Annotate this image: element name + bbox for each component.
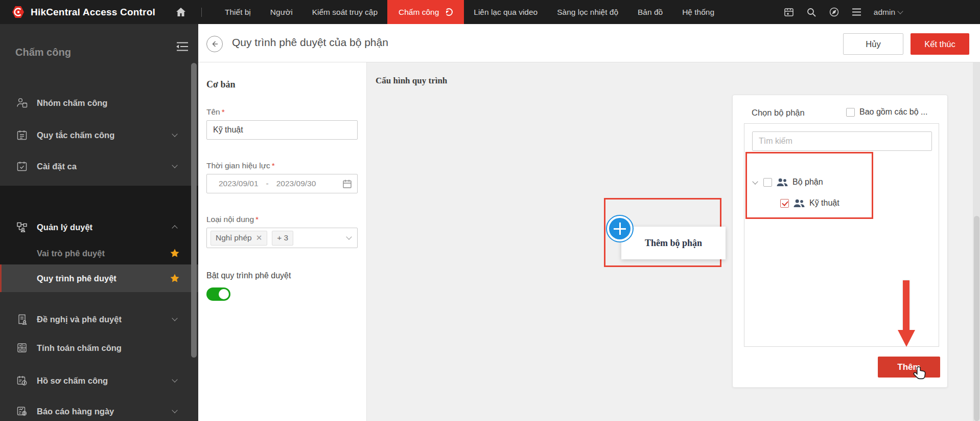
remove-tag-icon[interactable]: ✕ xyxy=(256,233,263,242)
sidebar-item-approval-management[interactable]: Quản lý duyệt xyxy=(0,212,198,242)
chevron-down-icon xyxy=(172,376,177,382)
sidebar-item-approval-role[interactable]: Vai trò phê duyệt xyxy=(0,241,198,265)
add-button[interactable]: Thêm xyxy=(878,357,940,378)
sidebar-title: Chấm công xyxy=(15,47,71,58)
sidebar-item-attendance-record[interactable]: Hồ sơ chấm công xyxy=(0,366,198,395)
sidebar: Chấm công Nhóm chấm công Quy tắc chấm cô… xyxy=(0,24,198,421)
tag-more-count: + 3 xyxy=(272,231,293,246)
add-department-tooltip: Thêm bộ phận xyxy=(621,227,726,259)
name-input[interactable] xyxy=(206,120,358,140)
top-navbar: HikCentral Access Control Thiết bị Người… xyxy=(0,0,980,24)
navbar-divider xyxy=(201,8,202,17)
enable-flow-toggle[interactable] xyxy=(206,287,230,301)
content-type-label: Loại nội dung* xyxy=(206,215,259,224)
nav-item-system[interactable]: Hệ thống xyxy=(672,0,724,24)
attendance-group-icon xyxy=(15,97,29,109)
end-date[interactable]: 2023/09/30 xyxy=(276,179,316,188)
date-range-picker[interactable]: 2023/09/01 - 2023/09/30 xyxy=(206,174,358,193)
picker-title: Chọn bộ phận xyxy=(752,108,805,118)
home-icon[interactable] xyxy=(176,7,186,17)
navbar-menu: Thiết bị Người Kiểm soát truy cập Chấm c… xyxy=(215,0,724,24)
include-sub-departments[interactable]: Bao gồm các bộ ... xyxy=(846,107,943,117)
chevron-down-icon xyxy=(346,234,352,239)
nav-item-video-intercom[interactable]: Liên lạc qua video xyxy=(464,0,547,24)
star-icon[interactable] xyxy=(170,273,180,283)
chevron-down-icon xyxy=(172,131,177,137)
include-checkbox[interactable] xyxy=(846,108,855,117)
sidebar-item-attendance-rule[interactable]: Quy tắc chấm công xyxy=(0,120,198,150)
attendance-record-icon xyxy=(15,374,29,387)
navbar-right: admin xyxy=(784,0,902,24)
section-title-basic: Cơ bản xyxy=(206,79,236,90)
username: admin xyxy=(874,8,895,17)
nav-item-person[interactable]: Người xyxy=(261,0,302,24)
sidebar-item-approval-flow[interactable]: Quy trình phê duyệt xyxy=(0,264,198,292)
star-icon[interactable] xyxy=(170,248,180,258)
shift-settings-icon xyxy=(15,160,29,172)
back-button[interactable] xyxy=(206,36,223,52)
hikcentral-app: HikCentral Access Control Thiết bị Người… xyxy=(0,0,980,421)
sidebar-item-attendance-calculation[interactable]: Tính toán chấm công xyxy=(0,333,198,363)
basic-form-panel: Cơ bản Tên* Thời gian hiệu lực* 2023/09/… xyxy=(198,62,367,421)
annotation-arrow-head xyxy=(898,330,915,347)
content-scrollbar[interactable] xyxy=(973,62,980,421)
enable-flow-label: Bật quy trình phê duyệt xyxy=(206,271,291,280)
hikvision-logo-icon xyxy=(11,5,25,19)
attendance-calculation-icon xyxy=(15,342,29,354)
nav-item-temperature-screening[interactable]: Sàng lọc nhiệt độ xyxy=(547,0,628,24)
mouse-cursor xyxy=(912,366,927,382)
calendar-icon[interactable] xyxy=(342,179,352,189)
sidebar-item-request-approval[interactable]: Đề nghị và phê duyệt xyxy=(0,304,198,334)
search-input[interactable] xyxy=(752,131,932,151)
brand-title: HikCentral Access Control xyxy=(31,7,155,18)
approval-management-icon xyxy=(15,221,29,233)
page-header: Quy trình phê duyệt của bộ phận Hủy Kết … xyxy=(198,24,980,62)
name-label: Tên* xyxy=(206,107,225,117)
nav-item-devices[interactable]: Thiết bị xyxy=(215,0,261,24)
daily-report-icon xyxy=(15,405,29,417)
sidebar-scrollbar[interactable] xyxy=(191,63,197,358)
plus-icon xyxy=(609,218,631,239)
start-date[interactable]: 2023/09/01 xyxy=(219,179,259,188)
toggle-knob xyxy=(219,289,229,299)
nav-item-access-control[interactable]: Kiểm soát truy cập xyxy=(302,0,387,24)
chevron-up-icon xyxy=(172,225,177,231)
department-picker-panel: Chọn bộ phận Bao gồm các bộ ... Bộ phận xyxy=(732,95,948,388)
page-title: Quy trình phê duyệt của bộ phận xyxy=(232,36,388,49)
scrollbar-thumb[interactable] xyxy=(974,216,979,421)
date-separator: - xyxy=(266,179,269,188)
sidebar-collapse-icon[interactable] xyxy=(175,40,190,53)
refresh-icon[interactable] xyxy=(445,8,453,16)
chevron-down-icon xyxy=(897,8,903,14)
tag-leave: Nghỉ phép ✕ xyxy=(211,231,267,246)
wizard-icon[interactable] xyxy=(784,7,794,17)
chevron-down-icon xyxy=(172,315,177,321)
required-asterisk: * xyxy=(272,161,275,170)
required-asterisk: * xyxy=(222,107,225,116)
flow-config-title: Cấu hình quy trình xyxy=(376,76,447,86)
user-menu[interactable]: admin xyxy=(874,8,902,17)
attendance-rule-icon xyxy=(15,129,29,141)
add-department-button[interactable] xyxy=(606,215,634,242)
help-compass-icon[interactable] xyxy=(829,7,839,17)
required-asterisk: * xyxy=(255,215,259,224)
sidebar-item-daily-report[interactable]: Báo cáo hàng ngày xyxy=(0,396,198,421)
sidebar-item-attendance-group[interactable]: Nhóm chấm công xyxy=(0,88,198,118)
chevron-down-icon xyxy=(172,162,177,168)
brand: HikCentral Access Control xyxy=(0,5,155,19)
annotation-arrow xyxy=(903,280,909,331)
valid-period-label: Thời gian hiệu lực* xyxy=(206,161,275,170)
hamburger-menu-icon[interactable] xyxy=(852,8,861,16)
nav-item-attendance-active[interactable]: Chấm công xyxy=(387,0,464,24)
search-icon[interactable] xyxy=(806,7,816,17)
cancel-button[interactable]: Hủy xyxy=(843,33,903,55)
include-label: Bao gồm các bộ ... xyxy=(859,107,927,117)
content-type-select[interactable]: Nghỉ phép ✕ + 3 xyxy=(206,228,358,248)
finish-button[interactable]: Kết thúc xyxy=(911,33,969,55)
request-approval-icon xyxy=(15,313,29,325)
annotation-rectangle-tree xyxy=(745,152,873,219)
nav-item-map[interactable]: Bản đồ xyxy=(628,0,672,24)
sidebar-item-shift-settings[interactable]: Cài đặt ca xyxy=(0,151,198,181)
chevron-down-icon xyxy=(172,407,177,413)
